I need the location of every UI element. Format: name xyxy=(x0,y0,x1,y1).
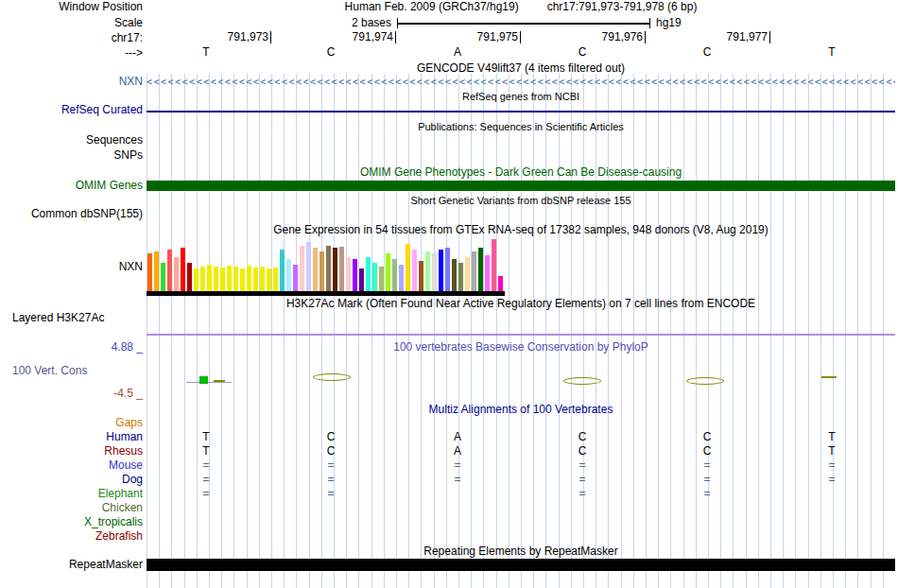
gtex-gene-label[interactable]: NXN xyxy=(0,261,143,273)
gtex-expression-bar[interactable] xyxy=(253,268,258,291)
gtex-expression-bar[interactable] xyxy=(445,248,450,291)
gtex-track-title[interactable]: Gene Expression in 54 tissues from GTEx … xyxy=(147,224,895,236)
gtex-expression-bar[interactable] xyxy=(293,265,298,291)
gtex-expression-bar[interactable] xyxy=(372,263,377,291)
gtex-expression-bar[interactable] xyxy=(458,263,463,291)
gtex-expression-bar[interactable] xyxy=(207,265,212,291)
alignment-cell-human: C xyxy=(575,431,590,443)
gtex-expression-bar[interactable] xyxy=(286,259,291,291)
species-label-gaps[interactable]: Gaps xyxy=(0,417,143,429)
gtex-expression-bar[interactable] xyxy=(432,253,437,291)
gtex-expression-bar[interactable] xyxy=(498,276,503,291)
gtex-expression-bar[interactable] xyxy=(181,248,185,291)
scale-bar xyxy=(397,23,650,25)
conservation-track-title[interactable]: 100 vertebrates Basewise Conservation by… xyxy=(147,341,895,354)
gtex-expression-bar[interactable] xyxy=(439,250,443,291)
assembly-short-label: hg19 xyxy=(656,17,682,29)
gtex-expression-bar[interactable] xyxy=(220,268,225,291)
omim-genes-label[interactable]: OMIM Genes xyxy=(0,180,143,192)
gtex-expression-bar[interactable] xyxy=(359,268,364,291)
gtex-expression-bar[interactable] xyxy=(412,250,417,291)
gtex-expression-bar[interactable] xyxy=(346,257,351,291)
refseq-track-title[interactable]: RefSeq genes from NCBI xyxy=(147,91,895,103)
gtex-expression-bar[interactable] xyxy=(485,255,490,291)
h3k27ac-track-title[interactable]: H3K27Ac Mark (Often Found Near Active Re… xyxy=(147,298,895,310)
gtex-expression-bar[interactable] xyxy=(353,259,357,291)
gtex-expression-bar[interactable] xyxy=(260,267,265,291)
gtex-expression-bar[interactable] xyxy=(300,246,304,291)
gtex-expression-bar[interactable] xyxy=(406,244,410,291)
species-label-elephant[interactable]: Elephant xyxy=(0,488,143,500)
gtex-expression-bar[interactable] xyxy=(147,253,152,291)
h3k27ac-track-label[interactable]: Layered H3K27Ac xyxy=(0,312,143,324)
gtex-expression-bar[interactable] xyxy=(478,248,483,291)
gtex-expression-bar[interactable] xyxy=(465,257,470,291)
species-label-x-tropicalis[interactable]: X_tropicalis xyxy=(0,516,143,528)
scale-value: 2 bases xyxy=(282,17,391,29)
gtex-expression-bar[interactable] xyxy=(154,251,159,291)
alignment-cell-mouse: = xyxy=(699,459,715,472)
gtex-expression-bar[interactable] xyxy=(313,248,318,291)
gtex-expression-bar[interactable] xyxy=(339,247,344,291)
gtex-expression-bar[interactable] xyxy=(492,239,496,291)
gtex-expression-bar[interactable] xyxy=(161,263,165,291)
alignment-cell-rhesus: C xyxy=(699,445,715,458)
gtex-expression-bar[interactable] xyxy=(419,261,423,291)
gtex-expression-bar[interactable] xyxy=(319,251,324,291)
gtex-expression-bar[interactable] xyxy=(392,259,397,291)
omim-gene-item[interactable] xyxy=(147,181,895,191)
repeatmasker-item[interactable] xyxy=(147,559,895,571)
dbsnp-track-title[interactable]: Short Genetic Variants from dbSNP releas… xyxy=(147,195,895,207)
repeatmasker-track-title[interactable]: Repeating Elements by RepeatMasker xyxy=(147,545,895,558)
gtex-expression-bar[interactable] xyxy=(399,265,404,291)
repeatmasker-track-label[interactable]: RepeatMasker xyxy=(0,559,143,571)
publications-snps-label[interactable]: SNPs xyxy=(0,149,143,162)
gtex-expression-bar[interactable] xyxy=(306,242,311,291)
gtex-expression-bar[interactable] xyxy=(227,266,232,291)
multiz-track-title[interactable]: Multiz Alignments of 100 Vertebrates xyxy=(147,404,895,416)
conservation-mark xyxy=(686,377,724,385)
gtex-expression-bar[interactable] xyxy=(167,250,172,291)
species-label-mouse[interactable]: Mouse xyxy=(0,459,143,472)
species-label-rhesus[interactable]: Rhesus xyxy=(0,445,143,458)
species-label-human[interactable]: Human xyxy=(0,431,143,443)
conservation-mark xyxy=(199,376,208,384)
species-label-zebrafish[interactable]: Zebrafish xyxy=(0,530,143,543)
gtex-expression-bar[interactable] xyxy=(425,251,430,291)
conservation-track-label[interactable]: 100 Vert. Cons xyxy=(0,365,143,377)
gtex-expression-bar[interactable] xyxy=(267,268,271,291)
gencode-item-label[interactable]: NXN xyxy=(0,76,143,88)
gtex-expression-bar[interactable] xyxy=(233,267,238,291)
gtex-expression-bar[interactable] xyxy=(273,268,278,291)
alignment-cell-elephant: = xyxy=(699,488,715,500)
gtex-baseline-bar[interactable] xyxy=(147,291,505,296)
gtex-expression-bar[interactable] xyxy=(247,266,251,291)
dbsnp-track-label[interactable]: Common dbSNP(155) xyxy=(0,208,143,220)
refseq-gene-line[interactable] xyxy=(147,111,895,112)
gtex-expression-bar[interactable] xyxy=(452,259,457,291)
publications-sequences-label[interactable]: Sequences xyxy=(0,134,143,147)
gencode-track-title[interactable]: GENCODE V49lift37 (4 items filtered out) xyxy=(147,62,895,75)
gtex-expression-bar[interactable] xyxy=(200,267,205,291)
ruler-base: T xyxy=(199,46,214,59)
gtex-expression-bar[interactable] xyxy=(379,267,384,291)
gtex-expression-bar[interactable] xyxy=(280,250,285,291)
publications-track-title[interactable]: Publications: Sequences in Scientific Ar… xyxy=(147,121,895,133)
gtex-expression-bar[interactable] xyxy=(386,253,390,291)
gtex-expression-bar[interactable] xyxy=(174,257,179,291)
gtex-expression-bar[interactable] xyxy=(187,263,192,291)
species-label-dog[interactable]: Dog xyxy=(0,474,143,486)
alignment-cell-dog: = xyxy=(575,474,590,486)
gtex-expression-bar[interactable] xyxy=(333,248,337,291)
species-label-chicken[interactable]: Chicken xyxy=(0,502,143,514)
nxn-gene-reverse-strand-line[interactable]: <<<<<<<<<<<<<<<<<<<<<<<<<<<<<<<<<<<<<<<<… xyxy=(147,77,895,88)
gtex-expression-bar[interactable] xyxy=(240,268,245,291)
gtex-expression-bar[interactable] xyxy=(326,246,331,291)
gtex-expression-bar[interactable] xyxy=(214,267,218,291)
gtex-expression-bar[interactable] xyxy=(472,251,476,291)
gtex-expression-bar[interactable] xyxy=(194,268,199,291)
omim-track-title[interactable]: OMIM Gene Phenotypes - Dark Green Can Be… xyxy=(147,166,895,179)
gtex-expression-bar[interactable] xyxy=(366,257,371,291)
refseq-curated-label[interactable]: RefSeq Curated xyxy=(0,104,143,116)
scale-bar-right-tick xyxy=(649,18,650,28)
